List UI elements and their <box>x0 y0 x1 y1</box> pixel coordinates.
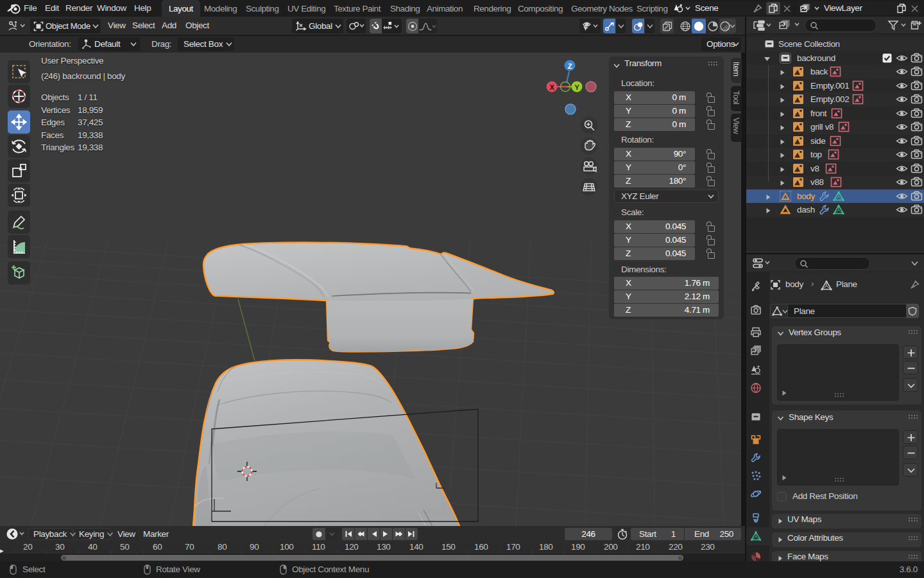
svg-text:X: X <box>550 83 555 91</box>
svg-text:Y: Y <box>575 83 580 91</box>
svg-text:Z: Z <box>568 62 572 70</box>
